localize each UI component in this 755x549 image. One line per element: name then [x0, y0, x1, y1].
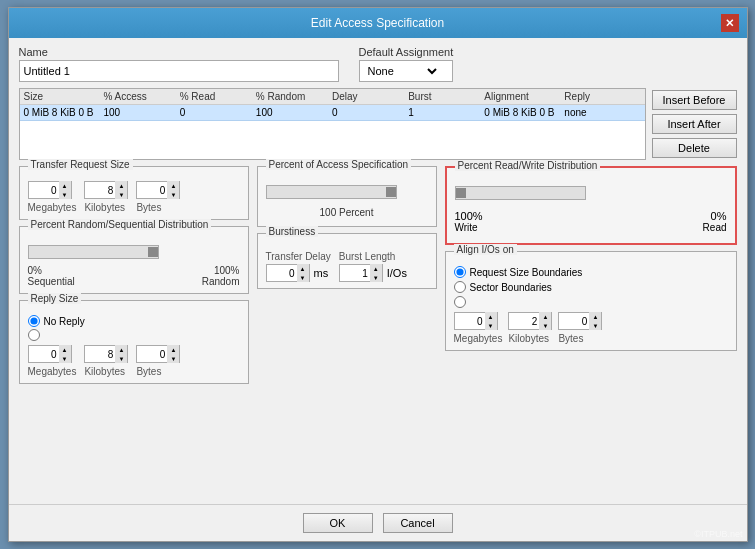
- align-mb-wrap[interactable]: ▲ ▼: [454, 312, 498, 330]
- reply-b-group: ▲ ▼ Bytes: [136, 345, 180, 377]
- b-spinner-btns: ▲ ▼: [167, 181, 179, 199]
- align-b-label: Bytes: [558, 333, 583, 344]
- custom-reply-radio-item: [28, 329, 240, 341]
- col-delay: Delay: [332, 91, 408, 102]
- percent-random-title: Percent Random/Sequential Distribution: [28, 219, 212, 230]
- burst-input-wrap[interactable]: ▲ ▼: [339, 264, 383, 282]
- top-row: Name Default Assignment None Read Write: [19, 46, 737, 82]
- cell-random: 100: [256, 107, 332, 118]
- reply-mb-input[interactable]: [29, 346, 59, 362]
- delay-btns: ▲ ▼: [297, 264, 309, 282]
- reply-mb-wrap[interactable]: ▲ ▼: [28, 345, 72, 363]
- transfer-request-size-title: Transfer Request Size: [28, 159, 133, 170]
- align-b-down[interactable]: ▼: [589, 321, 601, 330]
- reply-b-wrap[interactable]: ▲ ▼: [136, 345, 180, 363]
- align-ios-group: Align I/Os on Request Size Boundaries Se…: [445, 251, 737, 351]
- cancel-button[interactable]: Cancel: [383, 513, 453, 533]
- percent-random-group: Percent Random/Sequential Distribution 0…: [19, 226, 249, 294]
- default-assignment-label: Default Assignment: [359, 46, 454, 58]
- mb-input-wrap[interactable]: ▲ ▼: [28, 181, 72, 199]
- reply-b-btns: ▲ ▼: [167, 345, 179, 363]
- align-kb-label: Kilobytes: [508, 333, 549, 344]
- kb-input[interactable]: [85, 182, 115, 198]
- side-buttons: Insert Before Insert After Delete: [652, 88, 737, 158]
- no-reply-radio[interactable]: [28, 315, 40, 327]
- custom-reply-radio[interactable]: [28, 329, 40, 341]
- b-input[interactable]: [137, 182, 167, 198]
- reply-b-up[interactable]: ▲: [167, 345, 179, 354]
- align-b-wrap[interactable]: ▲ ▼: [558, 312, 602, 330]
- kb-label: Kilobytes: [84, 202, 125, 213]
- col-access: % Access: [104, 91, 180, 102]
- mb-label: Megabytes: [28, 202, 77, 213]
- align-mb-down[interactable]: ▼: [485, 321, 497, 330]
- reply-kb-down[interactable]: ▼: [115, 354, 127, 363]
- percent-access-slider[interactable]: [266, 185, 397, 199]
- delay-input-wrap[interactable]: ▲ ▼: [266, 264, 310, 282]
- read-display: 0% Read: [703, 210, 727, 233]
- burstiness-title: Burstiness: [266, 226, 319, 237]
- align-kb-wrap[interactable]: ▲ ▼: [508, 312, 552, 330]
- kb-spin-down[interactable]: ▼: [115, 190, 127, 199]
- reply-b-input[interactable]: [137, 346, 167, 362]
- default-assignment-select-wrap[interactable]: None Read Write: [359, 60, 454, 82]
- b-input-wrap[interactable]: ▲ ▼: [136, 181, 180, 199]
- delay-input[interactable]: [267, 265, 297, 281]
- insert-after-button[interactable]: Insert After: [652, 114, 737, 134]
- mb-spin-up[interactable]: ▲: [59, 181, 71, 190]
- align-mb-input[interactable]: [455, 313, 485, 329]
- b-spin-up[interactable]: ▲: [167, 181, 179, 190]
- reply-mb-down[interactable]: ▼: [59, 354, 71, 363]
- b-spin-down[interactable]: ▼: [167, 190, 179, 199]
- name-input[interactable]: [19, 60, 339, 82]
- col-reply: Reply: [564, 91, 640, 102]
- sector-boundaries-radio[interactable]: [454, 281, 466, 293]
- kb-spin-up[interactable]: ▲: [115, 181, 127, 190]
- insert-before-button[interactable]: Insert Before: [652, 90, 737, 110]
- col-read: % Read: [180, 91, 256, 102]
- table-wrapper: Size % Access % Read % Random Delay Burs…: [19, 88, 646, 160]
- table-row[interactable]: 0 MiB 8 KiB 0 B 100 0 100 0 1 0 MiB 8 Ki…: [20, 105, 645, 121]
- align-b-up[interactable]: ▲: [589, 312, 601, 321]
- cell-alignment: 0 MiB 8 KiB 0 B: [484, 107, 564, 118]
- reply-kb-wrap[interactable]: ▲ ▼: [84, 345, 128, 363]
- default-assignment-select[interactable]: None Read Write: [360, 61, 440, 81]
- burst-input[interactable]: [340, 265, 370, 281]
- close-button[interactable]: ✕: [721, 14, 739, 32]
- align-kb-down[interactable]: ▼: [539, 321, 551, 330]
- mb-input[interactable]: [29, 182, 59, 198]
- align-mb-up[interactable]: ▲: [485, 312, 497, 321]
- custom-align-radio[interactable]: [454, 296, 466, 308]
- delay-up[interactable]: ▲: [297, 264, 309, 273]
- align-kb-input[interactable]: [509, 313, 539, 329]
- ok-button[interactable]: OK: [303, 513, 373, 533]
- delay-down[interactable]: ▼: [297, 273, 309, 282]
- edit-access-dialog: Edit Access Specification ✕ Name Default…: [8, 7, 748, 542]
- kb-input-wrap[interactable]: ▲ ▼: [84, 181, 128, 199]
- col-random: % Random: [256, 91, 332, 102]
- watermark: ©ITPUB.net: [694, 529, 742, 539]
- align-ios-title: Align I/Os on: [454, 244, 517, 255]
- cell-delay: 0: [332, 107, 408, 118]
- name-label: Name: [19, 46, 339, 58]
- kb-spinner-group: ▲ ▼ Kilobytes: [84, 181, 128, 213]
- reply-b-label: Bytes: [136, 366, 161, 377]
- reply-kb-input[interactable]: [85, 346, 115, 362]
- burst-up[interactable]: ▲: [370, 264, 382, 273]
- reply-b-down[interactable]: ▼: [167, 354, 179, 363]
- cell-read: 0: [180, 107, 256, 118]
- align-b-input[interactable]: [559, 313, 589, 329]
- rw-slider[interactable]: [455, 186, 586, 200]
- align-kb-up[interactable]: ▲: [539, 312, 551, 321]
- rw-display: 100% Write 0% Read: [455, 206, 727, 237]
- delete-button[interactable]: Delete: [652, 138, 737, 158]
- random-slider[interactable]: [28, 245, 159, 259]
- reply-mb-up[interactable]: ▲: [59, 345, 71, 354]
- reply-kb-up[interactable]: ▲: [115, 345, 127, 354]
- request-size-radio[interactable]: [454, 266, 466, 278]
- reply-kb-label: Kilobytes: [84, 366, 125, 377]
- mb-spin-down[interactable]: ▼: [59, 190, 71, 199]
- seq-pct: 0%: [28, 265, 75, 276]
- burst-down[interactable]: ▼: [370, 273, 382, 282]
- reply-mb-label: Megabytes: [28, 366, 77, 377]
